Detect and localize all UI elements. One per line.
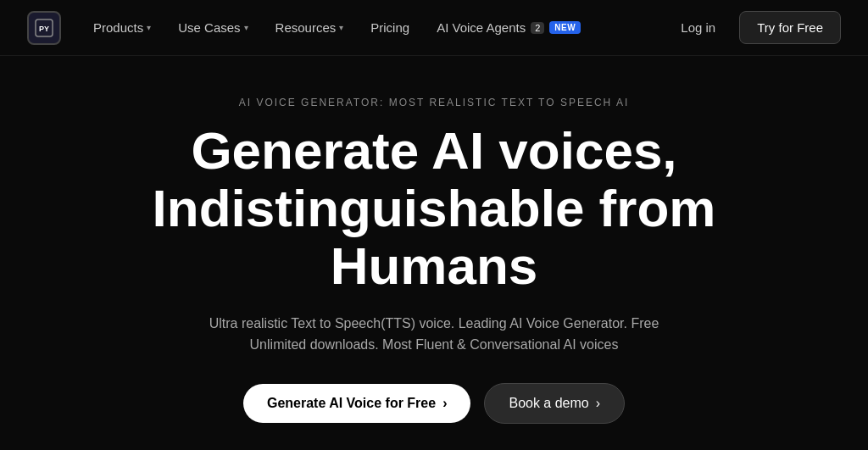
hero-section: AI VOICE GENERATOR: MOST REALISTIC TEXT … [0,56,868,450]
chevron-down-icon: ▾ [339,23,343,32]
hero-subtitle: Ultra realistic Text to Speech(TTS) voic… [205,313,663,356]
book-demo-label: Book a demo [509,396,588,411]
nav-right: Log in Try for Free [670,11,841,44]
book-demo-button[interactable]: Book a demo › [484,383,625,424]
nav-item-ai-voice-agents[interactable]: AI Voice Agents 2 NEW [425,14,593,42]
login-button[interactable]: Log in [670,14,726,42]
nav-label-ai-voice-agents: AI Voice Agents [437,20,526,35]
chevron-down-icon: ▾ [147,23,151,32]
nav-label-pricing: Pricing [370,20,409,35]
nav-item-usecases[interactable]: Use Cases ▾ [166,14,259,42]
logo[interactable]: PY [27,11,61,45]
nav-left: PY Products ▾ Use Cases ▾ Resources ▾ Pr… [27,11,593,45]
nav-item-resources[interactable]: Resources ▾ [264,14,356,42]
generate-voice-button[interactable]: Generate AI Voice for Free › [243,384,471,423]
hero-title: Generate AI voices, Indistinguishable fr… [129,122,739,296]
try-free-button[interactable]: Try for Free [739,11,841,44]
svg-text:PY: PY [39,25,49,33]
nav-links: Products ▾ Use Cases ▾ Resources ▾ Prici… [81,14,593,42]
arrow-icon: › [442,396,447,411]
hero-eyebrow: AI VOICE GENERATOR: MOST REALISTIC TEXT … [239,97,630,108]
nav-label-products: Products [93,20,143,35]
chevron-down-icon: ▾ [244,23,248,32]
nav-item-products[interactable]: Products ▾ [81,14,163,42]
nav-label-resources: Resources [275,20,337,35]
arrow-icon-secondary: › [596,396,600,411]
nav-item-pricing[interactable]: Pricing [359,14,421,42]
generate-voice-label: Generate AI Voice for Free [267,396,436,411]
hero-buttons: Generate AI Voice for Free › Book a demo… [243,383,625,424]
ai-voice-badge-number: 2 [531,22,544,34]
navbar: PY Products ▾ Use Cases ▾ Resources ▾ Pr… [0,0,868,56]
ai-voice-badge-new: NEW [549,21,581,34]
nav-label-usecases: Use Cases [178,20,240,35]
